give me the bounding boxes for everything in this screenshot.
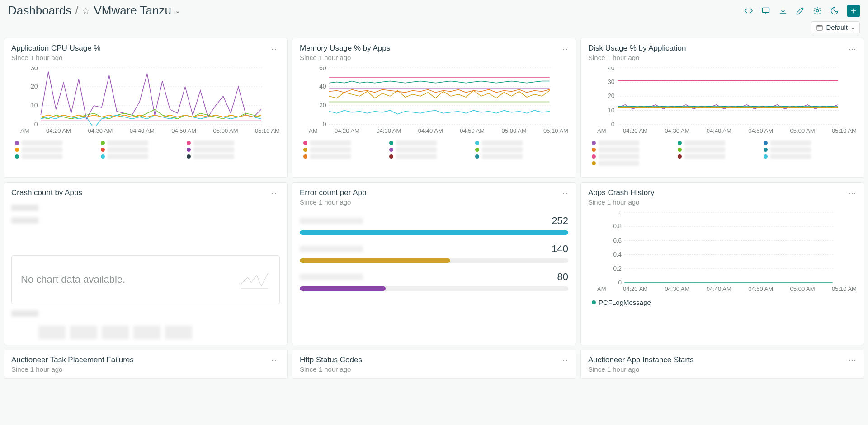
panel-menu-icon[interactable]: ⋯ (271, 355, 280, 365)
legend-item[interactable] (592, 161, 660, 166)
bar-value: 140 (552, 243, 568, 255)
bar-value: 252 (552, 215, 568, 227)
panel-menu-icon[interactable]: ⋯ (560, 355, 568, 365)
moon-icon[interactable] (830, 6, 839, 15)
chevron-down-icon[interactable]: ⌄ (175, 7, 180, 14)
bar-label (300, 218, 363, 224)
legend-dot (678, 148, 682, 152)
legend-dot (764, 141, 768, 145)
bar-value: 80 (557, 271, 568, 283)
legend-item[interactable] (678, 140, 745, 145)
svg-text:30: 30 (31, 67, 38, 71)
panel-menu-icon[interactable]: ⋯ (271, 44, 280, 54)
legend-item[interactable] (303, 140, 371, 145)
panel-title: Auctioneer App Instance Starts (588, 355, 693, 364)
svg-text:40: 40 (608, 67, 615, 71)
legend-label (770, 147, 811, 152)
legend-label (684, 154, 725, 159)
legend-label (22, 154, 62, 159)
legend-item[interactable] (764, 154, 831, 159)
svg-text:0: 0 (34, 121, 38, 126)
legend-label (599, 154, 639, 159)
legend-label (599, 147, 639, 152)
legend-dot (475, 141, 479, 145)
legend-item[interactable] (678, 154, 745, 159)
breadcrumb-separator: / (75, 4, 78, 18)
error-bar-row: 252 (300, 215, 568, 235)
legend-item[interactable] (187, 154, 255, 159)
panel-grid: Application CPU Usage % Since 1 hour ago… (0, 38, 868, 379)
svg-text:0.8: 0.8 (613, 223, 622, 229)
legend-item[interactable] (15, 147, 83, 152)
legend-item[interactable] (303, 147, 371, 152)
legend-label (108, 140, 148, 145)
legend-label (310, 140, 351, 145)
legend-label (193, 154, 234, 159)
star-icon[interactable]: ☆ (82, 5, 90, 16)
svg-text:20: 20 (31, 83, 38, 90)
legend-item[interactable] (764, 140, 831, 145)
legend-label (396, 147, 437, 152)
legend-item[interactable] (303, 154, 371, 159)
gear-icon[interactable] (813, 6, 822, 15)
panel-title: Apps Crash History (588, 188, 654, 197)
legend-dot (187, 154, 191, 159)
legend-item[interactable] (101, 140, 169, 145)
legend-dot (592, 161, 596, 165)
legend-label (310, 147, 351, 152)
panel-auctioneer-starts: Auctioneer App Instance Starts Since 1 h… (580, 350, 864, 379)
svg-text:20: 20 (608, 92, 615, 99)
legend-item[interactable] (475, 154, 543, 159)
download-icon[interactable] (778, 6, 788, 15)
svg-rect-2 (817, 25, 822, 30)
legend-label (599, 161, 639, 166)
legend-item[interactable] (764, 147, 831, 152)
error-bar-row: 140 (300, 243, 568, 263)
x-axis: AM04:20 AM04:30 AM04:40 AM04:50 AM05:00 … (588, 284, 857, 292)
breadcrumb-root[interactable]: Dashboards (8, 4, 71, 18)
legend-item[interactable] (101, 154, 169, 159)
svg-text:0.2: 0.2 (613, 265, 622, 272)
legend-label (22, 140, 62, 145)
panel-menu-icon[interactable]: ⋯ (848, 188, 857, 198)
panel-subtitle: Since 1 hour ago (11, 365, 134, 373)
legend-item[interactable] (15, 140, 83, 145)
panel-menu-icon[interactable]: ⋯ (560, 44, 568, 54)
legend-item[interactable] (475, 140, 543, 145)
legend-label (108, 147, 148, 152)
legend-item[interactable] (389, 147, 457, 152)
panel-memory: Memory Usage % by Apps Since 1 hour ago … (292, 38, 576, 178)
legend-item[interactable] (592, 140, 660, 145)
panel-menu-icon[interactable]: ⋯ (848, 355, 857, 365)
legend-label (396, 154, 437, 159)
legend-item[interactable] (592, 147, 660, 152)
page-title[interactable]: VMware Tanzu (94, 4, 171, 18)
add-button[interactable] (847, 5, 860, 17)
legend-item[interactable] (187, 140, 255, 145)
panel-menu-icon[interactable]: ⋯ (271, 188, 280, 198)
legend-item[interactable] (101, 147, 169, 152)
legend-label (482, 140, 523, 145)
legend-dot (303, 154, 307, 159)
legend-item[interactable] (187, 147, 255, 152)
legend-label (770, 154, 811, 159)
legend-item[interactable] (678, 147, 745, 152)
legend-item[interactable] (592, 154, 660, 159)
svg-text:0.4: 0.4 (613, 251, 622, 258)
legend-item[interactable] (389, 154, 457, 159)
legend-label: PCFLogMessage (599, 299, 651, 306)
legend-item[interactable] (475, 147, 543, 152)
legend-item[interactable] (389, 140, 457, 145)
legend-item[interactable] (15, 154, 83, 159)
legend-label (108, 154, 148, 159)
legend-label (482, 154, 523, 159)
svg-text:0: 0 (611, 121, 615, 126)
edit-icon[interactable] (796, 6, 805, 15)
legend-label (684, 140, 725, 145)
panel-menu-icon[interactable]: ⋯ (560, 188, 568, 198)
panel-menu-icon[interactable]: ⋯ (848, 44, 857, 54)
bar-fill (300, 230, 568, 235)
timerange-picker[interactable]: Default ⌄ (811, 21, 860, 33)
code-icon[interactable] (744, 6, 753, 15)
monitor-icon[interactable] (761, 6, 770, 15)
